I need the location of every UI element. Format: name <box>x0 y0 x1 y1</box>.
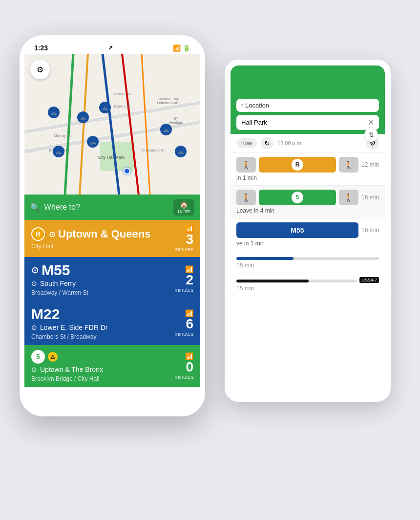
alert-icon: ⚠ <box>48 352 58 362</box>
r-route-badge: R <box>31 227 45 241</box>
svg-text:🚲: 🚲 <box>102 105 108 111</box>
m55-minutes-label: minutes <box>174 287 193 293</box>
home-badge[interactable]: 🏠 16 min <box>173 199 194 216</box>
m55-dir-arrow: ⊙ <box>31 280 37 287</box>
svg-text:City Hall Park: City Hall Park <box>98 155 125 160</box>
location-arrow-icon: ↗ <box>108 44 113 51</box>
svg-text:🚲: 🚲 <box>163 127 169 133</box>
svg-text:NY: NY <box>173 117 178 120</box>
home-time: 16 min <box>177 209 190 214</box>
transit-item-m55[interactable]: ⊙ M55 ⊙ South Ferry Broadway / Warren St… <box>24 257 200 301</box>
svg-text:Chambers St: Chambers St <box>142 148 165 152</box>
swap-button[interactable]: ⇅ <box>364 128 378 142</box>
5-minutes-label: minutes <box>174 374 193 380</box>
r-minutes-label: minutes <box>174 246 193 252</box>
m22-stop: Chambers St / Broadway <box>31 333 107 340</box>
route-card-5[interactable]: 🚶 5 🚶 16 min Leave in 4 min <box>231 186 385 218</box>
search-bar[interactable]: 🔍 Where to? 🏠 16 min <box>24 195 200 220</box>
route-1-duration: 12 min <box>361 161 379 168</box>
m22-minutes-label: minutes <box>174 331 193 337</box>
5-minutes: 0 <box>186 360 193 374</box>
m55-segment: M55 <box>236 222 358 238</box>
home-icon: 🏠 <box>180 201 188 209</box>
route-2-duration: 16 min <box>361 194 379 201</box>
refresh-button[interactable]: ↻ <box>261 137 273 150</box>
svg-text:Federal Build...: Federal Build... <box>157 101 180 105</box>
progress-fill-2 <box>236 280 309 282</box>
progress-bar-2 <box>236 280 357 282</box>
gear-icon: ⚙ <box>37 65 43 74</box>
from-label: r Location <box>241 102 269 109</box>
route-4-duration: 15 min <box>236 262 254 269</box>
to-field[interactable]: Hall Park ✕ <box>236 115 379 130</box>
time-row: now ↻ 12:00 p.m. ⚙ <box>231 134 385 153</box>
svg-text:Headqus: Headqus <box>169 121 183 125</box>
to-label: Hall Park <box>241 119 267 126</box>
svg-text:Jacob K. City: Jacob K. City <box>158 97 179 101</box>
m55-dest: South Ferry <box>40 280 76 287</box>
svg-text:🚲: 🚲 <box>178 149 184 155</box>
5-badge: 5 <box>292 192 303 203</box>
m22-dir-arrow: ⊙ <box>31 324 37 331</box>
m55-direction: ⊙ M55 <box>31 262 70 279</box>
progress-fill-1 <box>236 257 294 260</box>
svg-text:🚲: 🚲 <box>51 109 57 116</box>
r-badge: R <box>292 159 303 171</box>
route-3-leave: ve in 1 min <box>236 240 265 247</box>
svg-text:🚲: 🚲 <box>56 149 62 155</box>
r-stop: City Hall <box>31 243 150 250</box>
m22-dest: Lower E. Side FDR Dr <box>40 324 107 331</box>
walk-icon-4: 🚶 <box>344 193 354 202</box>
svg-text:Reade St: Reade St <box>114 92 130 96</box>
clear-icon[interactable]: ✕ <box>368 118 374 127</box>
5-stop: Brooklyn Bridge / City Hall <box>31 375 103 382</box>
m22-minutes: 6 <box>186 317 193 331</box>
m22-direction: M22 <box>31 306 60 323</box>
map-area: City Hall Park Reade St Duane St Murra <box>24 54 200 220</box>
m55-minutes: 2 <box>186 273 193 287</box>
5-dir-arrow: ⊙ <box>31 366 37 373</box>
battery-icon: 🔋 <box>183 44 190 52</box>
route-5-duration: 15 min <box>236 285 254 292</box>
svg-point-18 <box>124 168 130 174</box>
svg-text:Murray St: Murray St <box>54 133 71 138</box>
walk-icon-2: 🚶 <box>344 160 354 170</box>
route-3-duration: 16 min <box>361 227 379 234</box>
route-2-leave: Leave in 4 min <box>236 207 274 214</box>
svg-text:🚲: 🚲 <box>90 139 96 145</box>
scene: r Location Hall Park ✕ ⇅ now ↻ 12:00 p.m… <box>10 21 410 499</box>
uss-badge: USS4-7 <box>359 277 379 283</box>
5-route-badge: 5 <box>31 350 45 364</box>
phone-back: r Location Hall Park ✕ ⇅ now ↻ 12:00 p.m… <box>225 60 391 402</box>
status-bar: 1:23 ↗ 📶 🔋 <box>24 40 200 54</box>
search-placeholder: Where to? <box>44 203 80 212</box>
progress-bar-1 <box>236 257 379 260</box>
transit-item-m22[interactable]: M22 ⊙ Lower E. Side FDR Dr Chambers St /… <box>24 301 200 345</box>
search-icon: 🔍 <box>30 203 40 212</box>
depart-now-pill[interactable]: now <box>236 138 257 148</box>
route-card-m55[interactable]: M55 16 min ve in 1 min <box>231 218 385 251</box>
walk-icon-3: 🚶 <box>241 193 251 202</box>
svg-text:🚲: 🚲 <box>80 114 86 121</box>
transit-item-r[interactable]: R ⊙ Uptown & Queens City Hall 📶 3 minute… <box>24 220 200 257</box>
time-label: 12:00 p.m. <box>277 140 303 146</box>
wifi-status-icon: 📶 <box>173 44 181 52</box>
walk-icon-1: 🚶 <box>241 160 251 170</box>
status-time: 1:23 <box>34 44 48 52</box>
back-header <box>231 65 385 95</box>
m55-stop: Broadway / Warren St <box>31 289 88 296</box>
from-field[interactable]: r Location <box>236 99 379 112</box>
transit-list: R ⊙ Uptown & Queens City Hall 📶 3 minute… <box>24 220 200 412</box>
svg-text:Duane St: Duane St <box>114 104 130 108</box>
settings-map-button[interactable]: ⚙ <box>30 60 50 79</box>
route-results: 🚶 R 🚶 12 min in 1 min <box>231 153 385 396</box>
route-card-bar1[interactable]: 15 min <box>231 251 385 273</box>
route-card-r[interactable]: 🚶 R 🚶 12 min in 1 min <box>231 153 385 186</box>
transit-item-5[interactable]: 5 ⚠ ⊙ Uptown & The Bronx Brooklyn Bridge… <box>24 345 200 387</box>
r-direction: ⊙ Uptown & Queens <box>49 228 150 240</box>
route-1-leave: in 1 min <box>236 174 257 181</box>
route-card-bar2[interactable]: USS4-7 15 min <box>231 273 385 296</box>
back-search-section: r Location Hall Park ✕ ⇅ <box>231 95 385 134</box>
5-dest: Uptown & The Bronx <box>40 366 103 373</box>
r-segment: R <box>259 157 336 173</box>
